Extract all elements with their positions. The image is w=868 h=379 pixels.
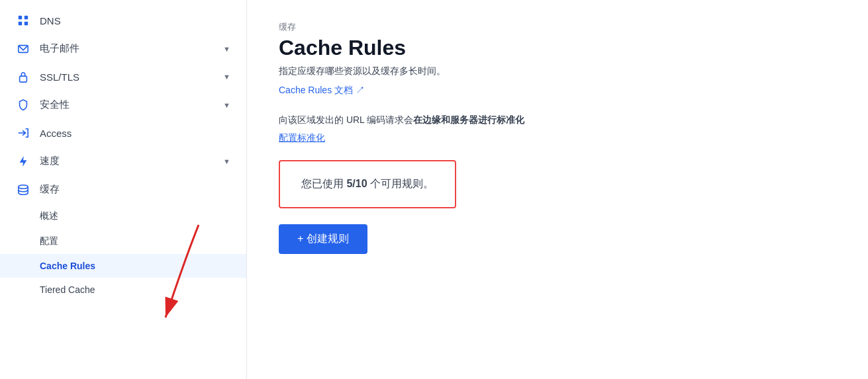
sidebar-item-label: 速度: [40, 155, 60, 167]
svg-point-7: [19, 185, 28, 188]
sidebar-item-cache[interactable]: 缓存: [0, 175, 246, 204]
sidebar-item-label: 电子邮件: [40, 42, 79, 55]
page-description: 指定应缓存哪些资源以及缓存多长时间。: [279, 65, 836, 77]
info-text-bold: 在边缘和服务器进行标准化: [413, 114, 524, 125]
shield-icon: [16, 99, 30, 111]
sidebar-item-label: Access: [40, 128, 72, 139]
page-title: Cache Rules: [279, 36, 836, 60]
sidebar-item-security[interactable]: 安全性 ▼: [0, 91, 246, 119]
sidebar-subitem-label: Cache Rules: [40, 261, 95, 271]
svg-rect-0: [19, 16, 22, 19]
sidebar-subitem-label: 概述: [40, 210, 58, 222]
sidebar-subitem-label: 配置: [40, 235, 58, 247]
sidebar-item-access[interactable]: Access: [0, 119, 246, 147]
sidebar-item-dns[interactable]: DNS: [0, 7, 246, 34]
sidebar-item-label: 缓存: [40, 183, 60, 196]
svg-rect-3: [24, 22, 28, 25]
bolt-icon: [16, 155, 30, 167]
svg-rect-2: [19, 22, 22, 25]
sidebar-item-email[interactable]: 电子邮件 ▼: [0, 34, 246, 63]
sidebar-item-speed[interactable]: 速度 ▼: [0, 147, 246, 175]
mail-icon: [16, 43, 30, 55]
lock-icon: [16, 71, 30, 83]
usage-text-after: 个可用规则。: [367, 178, 434, 189]
sidebar-subitem-label: Tiered Cache: [40, 284, 95, 295]
sidebar-subitem-overview[interactable]: 概述: [0, 204, 246, 229]
svg-rect-5: [20, 76, 27, 82]
signin-icon: [16, 127, 30, 139]
chevron-down-icon: ▼: [223, 45, 230, 53]
chevron-down-icon: ▼: [223, 157, 230, 165]
breadcrumb: 缓存: [279, 21, 836, 33]
sidebar-item-ssl[interactable]: SSL/TLS ▼: [0, 63, 246, 91]
usage-text-before: 您已使用: [301, 178, 346, 189]
info-text: 向该区域发出的 URL 编码请求会在边缘和服务器进行标准化: [279, 112, 836, 127]
doc-link[interactable]: Cache Rules 文档 ↗: [279, 85, 365, 97]
sidebar: DNS 电子邮件 ▼ SSL/TLS ▼ 安全性 ▼: [0, 0, 247, 379]
chevron-down-icon: ▼: [223, 73, 230, 81]
database-icon: [16, 184, 30, 196]
info-text-before: 向该区域发出的 URL 编码请求会: [279, 114, 413, 125]
sidebar-item-label: 安全性: [40, 99, 70, 111]
svg-rect-1: [24, 16, 28, 19]
normalize-link[interactable]: 配置标准化: [279, 132, 836, 144]
create-rule-button[interactable]: + 创建规则: [279, 224, 367, 254]
grid-icon: [16, 15, 30, 26]
sidebar-item-label: SSL/TLS: [40, 71, 79, 83]
sidebar-subitem-tiered-cache[interactable]: Tiered Cache: [0, 278, 246, 302]
usage-count: 5/10: [346, 178, 367, 189]
usage-box: 您已使用 5/10 个可用规则。: [279, 160, 456, 208]
sidebar-item-label: DNS: [40, 15, 61, 26]
chevron-down-icon: ▼: [223, 101, 230, 109]
sidebar-subitem-cache-rules[interactable]: Cache Rules: [0, 254, 246, 278]
main-content: 缓存 Cache Rules 指定应缓存哪些资源以及缓存多长时间。 Cache …: [247, 0, 868, 379]
sidebar-subitem-config[interactable]: 配置: [0, 229, 246, 254]
